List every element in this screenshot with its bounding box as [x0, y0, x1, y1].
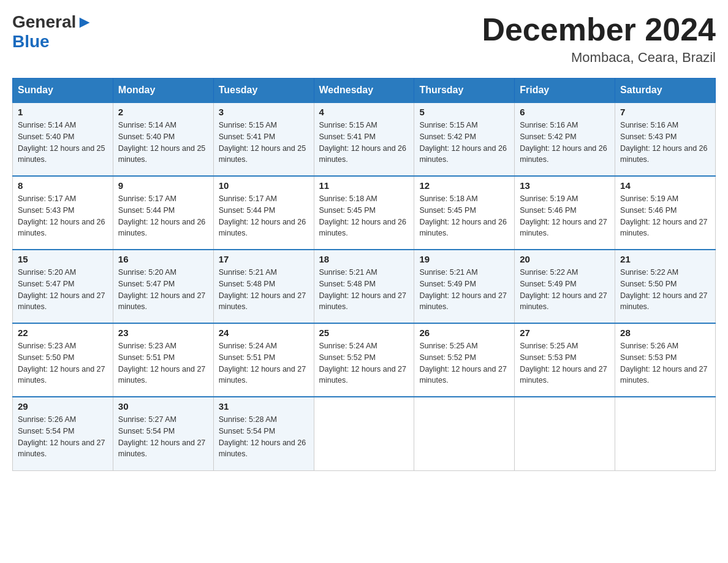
day-info: Sunrise: 5:14 AM Sunset: 5:40 PM Dayligh… — [18, 120, 108, 166]
day-info: Sunrise: 5:24 AM Sunset: 5:52 PM Dayligh… — [319, 340, 409, 386]
day-number: 24 — [219, 327, 309, 338]
day-number: 31 — [219, 401, 309, 412]
calendar-day-header: Tuesday — [213, 79, 314, 103]
day-info: Sunrise: 5:15 AM Sunset: 5:42 PM Dayligh… — [419, 120, 509, 166]
day-number: 18 — [319, 254, 409, 264]
day-number: 4 — [319, 107, 409, 117]
calendar-cell: 2 Sunrise: 5:14 AM Sunset: 5:40 PM Dayli… — [113, 102, 213, 176]
calendar-week-row: 29 Sunrise: 5:26 AM Sunset: 5:54 PM Dayl… — [13, 397, 716, 470]
calendar-cell: 27 Sunrise: 5:25 AM Sunset: 5:53 PM Dayl… — [515, 323, 615, 397]
calendar-header-row: SundayMondayTuesdayWednesdayThursdayFrid… — [13, 79, 716, 103]
day-number: 29 — [18, 401, 108, 412]
calendar-day-header: Wednesday — [314, 79, 414, 103]
day-info: Sunrise: 5:16 AM Sunset: 5:42 PM Dayligh… — [520, 120, 610, 166]
day-number: 28 — [620, 327, 710, 338]
calendar-cell: 31 Sunrise: 5:28 AM Sunset: 5:54 PM Dayl… — [213, 397, 314, 470]
calendar-cell: 9 Sunrise: 5:17 AM Sunset: 5:44 PM Dayli… — [113, 176, 213, 250]
day-number: 7 — [620, 107, 710, 117]
day-number: 10 — [219, 180, 309, 191]
calendar-cell: 4 Sunrise: 5:15 AM Sunset: 5:41 PM Dayli… — [314, 102, 414, 176]
month-title: December 2024 — [482, 12, 716, 47]
day-info: Sunrise: 5:22 AM Sunset: 5:50 PM Dayligh… — [620, 267, 710, 313]
logo-wordmark: General► Blue — [12, 12, 93, 52]
calendar-cell: 14 Sunrise: 5:19 AM Sunset: 5:46 PM Dayl… — [615, 176, 716, 250]
day-number: 3 — [219, 107, 309, 117]
calendar-cell: 16 Sunrise: 5:20 AM Sunset: 5:47 PM Dayl… — [113, 250, 213, 323]
day-number: 12 — [419, 180, 509, 191]
day-number: 20 — [520, 254, 610, 264]
day-number: 25 — [319, 327, 409, 338]
logo-text-general: General — [12, 12, 76, 31]
calendar-cell: 10 Sunrise: 5:17 AM Sunset: 5:44 PM Dayl… — [213, 176, 314, 250]
calendar-cell: 28 Sunrise: 5:26 AM Sunset: 5:53 PM Dayl… — [615, 323, 716, 397]
day-info: Sunrise: 5:19 AM Sunset: 5:46 PM Dayligh… — [620, 193, 710, 239]
calendar-cell: 22 Sunrise: 5:23 AM Sunset: 5:50 PM Dayl… — [13, 323, 113, 397]
day-info: Sunrise: 5:17 AM Sunset: 5:44 PM Dayligh… — [219, 193, 309, 239]
calendar-week-row: 1 Sunrise: 5:14 AM Sunset: 5:40 PM Dayli… — [13, 102, 716, 176]
calendar-cell: 17 Sunrise: 5:21 AM Sunset: 5:48 PM Dayl… — [213, 250, 314, 323]
day-number: 5 — [419, 107, 509, 117]
day-info: Sunrise: 5:15 AM Sunset: 5:41 PM Dayligh… — [319, 120, 409, 166]
day-info: Sunrise: 5:25 AM Sunset: 5:52 PM Dayligh… — [419, 340, 509, 386]
day-info: Sunrise: 5:21 AM Sunset: 5:48 PM Dayligh… — [319, 267, 409, 313]
calendar-day-header: Monday — [113, 79, 213, 103]
day-number: 13 — [520, 180, 610, 191]
calendar-table: SundayMondayTuesdayWednesdayThursdayFrid… — [12, 78, 716, 471]
day-info: Sunrise: 5:24 AM Sunset: 5:51 PM Dayligh… — [219, 340, 309, 386]
calendar-cell: 29 Sunrise: 5:26 AM Sunset: 5:54 PM Dayl… — [13, 397, 113, 470]
day-number: 1 — [18, 107, 108, 117]
day-number: 30 — [118, 401, 208, 412]
day-number: 23 — [118, 327, 208, 338]
day-info: Sunrise: 5:22 AM Sunset: 5:49 PM Dayligh… — [520, 267, 610, 313]
day-number: 26 — [419, 327, 509, 338]
day-info: Sunrise: 5:14 AM Sunset: 5:40 PM Dayligh… — [118, 120, 208, 166]
calendar-cell: 25 Sunrise: 5:24 AM Sunset: 5:52 PM Dayl… — [314, 323, 414, 397]
calendar-cell: 23 Sunrise: 5:23 AM Sunset: 5:51 PM Dayl… — [113, 323, 213, 397]
calendar-cell: 21 Sunrise: 5:22 AM Sunset: 5:50 PM Dayl… — [615, 250, 716, 323]
day-number: 22 — [18, 327, 108, 338]
calendar-week-row: 22 Sunrise: 5:23 AM Sunset: 5:50 PM Dayl… — [13, 323, 716, 397]
day-info: Sunrise: 5:17 AM Sunset: 5:44 PM Dayligh… — [118, 193, 208, 239]
day-info: Sunrise: 5:16 AM Sunset: 5:43 PM Dayligh… — [620, 120, 710, 166]
day-number: 15 — [18, 254, 108, 264]
day-number: 9 — [118, 180, 208, 191]
calendar-week-row: 8 Sunrise: 5:17 AM Sunset: 5:43 PM Dayli… — [13, 176, 716, 250]
calendar-cell: 19 Sunrise: 5:21 AM Sunset: 5:49 PM Dayl… — [414, 250, 515, 323]
calendar-cell: 15 Sunrise: 5:20 AM Sunset: 5:47 PM Dayl… — [13, 250, 113, 323]
day-info: Sunrise: 5:18 AM Sunset: 5:45 PM Dayligh… — [419, 193, 509, 239]
calendar-cell — [314, 397, 414, 470]
calendar-cell — [615, 397, 716, 470]
day-number: 27 — [520, 327, 610, 338]
day-info: Sunrise: 5:21 AM Sunset: 5:48 PM Dayligh… — [219, 267, 309, 313]
logo-text-blue: Blue — [12, 32, 50, 51]
day-info: Sunrise: 5:18 AM Sunset: 5:45 PM Dayligh… — [319, 193, 409, 239]
day-info: Sunrise: 5:26 AM Sunset: 5:54 PM Dayligh… — [18, 414, 108, 460]
calendar-week-row: 15 Sunrise: 5:20 AM Sunset: 5:47 PM Dayl… — [13, 250, 716, 323]
day-info: Sunrise: 5:17 AM Sunset: 5:43 PM Dayligh… — [18, 193, 108, 239]
day-info: Sunrise: 5:23 AM Sunset: 5:51 PM Dayligh… — [118, 340, 208, 386]
calendar-cell: 1 Sunrise: 5:14 AM Sunset: 5:40 PM Dayli… — [13, 102, 113, 176]
calendar-cell: 13 Sunrise: 5:19 AM Sunset: 5:46 PM Dayl… — [515, 176, 615, 250]
day-number: 21 — [620, 254, 710, 264]
page-header: General► Blue December 2024 Mombaca, Cea… — [12, 12, 716, 66]
calendar-cell: 6 Sunrise: 5:16 AM Sunset: 5:42 PM Dayli… — [515, 102, 615, 176]
day-info: Sunrise: 5:26 AM Sunset: 5:53 PM Dayligh… — [620, 340, 710, 386]
day-info: Sunrise: 5:19 AM Sunset: 5:46 PM Dayligh… — [520, 193, 610, 239]
day-number: 14 — [620, 180, 710, 191]
calendar-cell: 7 Sunrise: 5:16 AM Sunset: 5:43 PM Dayli… — [615, 102, 716, 176]
day-number: 8 — [18, 180, 108, 191]
day-number: 2 — [118, 107, 208, 117]
calendar-cell — [515, 397, 615, 470]
calendar-day-header: Friday — [515, 79, 615, 103]
day-info: Sunrise: 5:20 AM Sunset: 5:47 PM Dayligh… — [118, 267, 208, 313]
day-info: Sunrise: 5:21 AM Sunset: 5:49 PM Dayligh… — [419, 267, 509, 313]
calendar-cell: 8 Sunrise: 5:17 AM Sunset: 5:43 PM Dayli… — [13, 176, 113, 250]
location: Mombaca, Ceara, Brazil — [482, 50, 716, 66]
calendar-cell: 5 Sunrise: 5:15 AM Sunset: 5:42 PM Dayli… — [414, 102, 515, 176]
calendar-cell: 30 Sunrise: 5:27 AM Sunset: 5:54 PM Dayl… — [113, 397, 213, 470]
calendar-day-header: Thursday — [414, 79, 515, 103]
day-info: Sunrise: 5:28 AM Sunset: 5:54 PM Dayligh… — [219, 414, 309, 460]
day-number: 17 — [219, 254, 309, 264]
calendar-cell: 24 Sunrise: 5:24 AM Sunset: 5:51 PM Dayl… — [213, 323, 314, 397]
calendar-cell: 18 Sunrise: 5:21 AM Sunset: 5:48 PM Dayl… — [314, 250, 414, 323]
